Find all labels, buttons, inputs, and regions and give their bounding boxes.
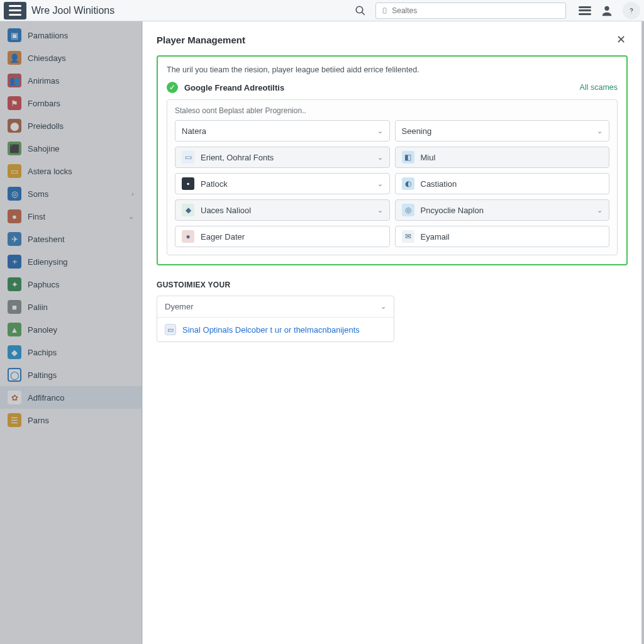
- chevron-down-icon: ⌄: [597, 127, 602, 135]
- search-box[interactable]: [375, 3, 566, 19]
- top-bar: Wre Jool Winitions: [0, 0, 644, 21]
- field-badge-icon: ◐: [402, 177, 414, 190]
- chevron-down-icon: ⌄: [597, 206, 602, 214]
- field-label: Seening: [402, 126, 432, 136]
- option-icon: ▭: [165, 324, 176, 335]
- field-badge-icon: ◧: [402, 151, 414, 164]
- customize-block: Dyemer ⌄ ▭ Sinal Optinals Delcober t ur …: [157, 296, 394, 342]
- field-label: Castiation: [421, 179, 457, 189]
- fields-card: Staleso oont Beplast abler Progrenion.. …: [167, 99, 618, 255]
- left-field[interactable]: ▭Erient, Oohral Fonts⌄: [175, 147, 390, 168]
- status-row: ✓ Google Freand Adreotiltis All scames: [167, 82, 618, 93]
- svg-rect-2: [383, 8, 386, 13]
- left-field[interactable]: ●Eager Dater: [175, 226, 390, 247]
- chevron-down-icon: ⌄: [377, 127, 383, 135]
- field-label: Erient, Oohral Fonts: [201, 153, 274, 162]
- svg-point-0: [356, 6, 363, 13]
- fields-grid: Natera⌄Seening⌄▭Erient, Oohral Fonts⌄◧Mi…: [175, 120, 609, 247]
- search-input[interactable]: [392, 6, 560, 15]
- fields-hint: Staleso oont Beplast abler Progrenion..: [175, 106, 609, 115]
- svg-point-4: [604, 6, 609, 10]
- right-field[interactable]: ◧Miul: [395, 147, 610, 168]
- field-badge-icon: ▭: [182, 151, 194, 164]
- right-field[interactable]: ◎Pncyoclie Naplon⌄: [395, 199, 610, 221]
- top-right-icons: [579, 2, 640, 19]
- search-icon[interactable]: [353, 3, 368, 18]
- field-badge-icon: ▪: [182, 177, 194, 190]
- customize-select-label: Dyemer: [165, 302, 194, 311]
- field-label: Uaces Naliool: [201, 206, 251, 215]
- customize-select[interactable]: Dyemer ⌄: [157, 296, 394, 318]
- customize-option[interactable]: ▭ Sinal Optinals Delcober t ur or thelma…: [157, 318, 394, 341]
- field-badge-icon: ✉: [402, 230, 414, 243]
- status-label: Google Freand Adreotiltis: [184, 83, 284, 92]
- app-title: Wre Jool Winitions: [31, 5, 114, 16]
- field-label: Patlock: [201, 179, 228, 189]
- right-field[interactable]: ✉Eyamail: [395, 226, 610, 247]
- field-label: Eager Dater: [201, 232, 245, 242]
- chevron-down-icon: ⌄: [377, 206, 383, 214]
- field-label: Eyamail: [421, 232, 450, 242]
- field-label: Natera: [182, 126, 206, 136]
- help-icon[interactable]: [623, 2, 640, 19]
- field-label: Miul: [421, 153, 436, 162]
- customize-section-title: Gustoimiex Your: [157, 280, 628, 289]
- menu-icon[interactable]: [579, 6, 591, 15]
- chevron-down-icon: ⌄: [380, 303, 386, 311]
- svg-point-5: [631, 12, 631, 13]
- field-badge-icon: ●: [182, 230, 194, 243]
- chevron-down-icon: ⌄: [377, 180, 383, 188]
- customize-option-label: Sinal Optinals Delcober t ur or thelmacn…: [182, 325, 360, 335]
- right-field[interactable]: Seening⌄: [395, 120, 610, 142]
- hamburger-menu-button[interactable]: [4, 2, 26, 19]
- field-badge-icon: ◎: [402, 204, 414, 216]
- user-icon[interactable]: [600, 4, 614, 18]
- field-badge-icon: ◆: [182, 204, 194, 216]
- left-field[interactable]: Natera⌄: [175, 120, 390, 142]
- modal-title: Player Management: [157, 35, 245, 45]
- close-icon: ✕: [616, 33, 626, 47]
- player-management-modal: Player Management ✕ The uril you tieam t…: [142, 21, 641, 644]
- chevron-down-icon: ⌄: [377, 153, 383, 162]
- field-label: Pncyoclie Naplon: [421, 206, 484, 215]
- status-panel: The uril you tieam the riesion, player l…: [157, 55, 628, 265]
- modal-header: Player Management ✕: [157, 33, 628, 47]
- left-field[interactable]: ▪Patlock⌄: [175, 173, 390, 194]
- status-link[interactable]: All scames: [580, 83, 618, 92]
- svg-line-1: [362, 12, 365, 15]
- check-icon: ✓: [167, 82, 178, 93]
- close-button[interactable]: ✕: [614, 33, 628, 47]
- left-field[interactable]: ◆Uaces Naliool⌄: [175, 199, 390, 221]
- right-field[interactable]: ◐Castiation: [395, 173, 610, 194]
- panel-description: The uril you tieam the riesion, player l…: [167, 65, 618, 74]
